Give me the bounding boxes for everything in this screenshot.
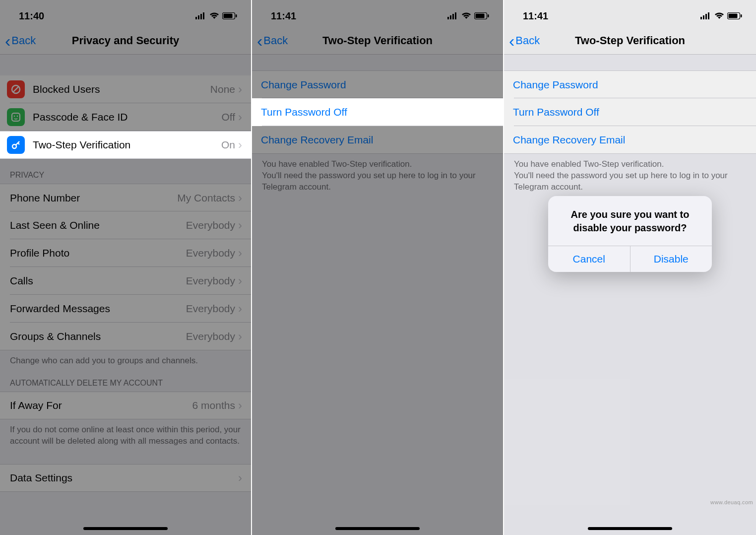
svg-rect-0 <box>195 17 197 19</box>
svg-rect-16 <box>450 15 451 19</box>
wifi-icon <box>209 10 219 22</box>
watermark: www.deuaq.com <box>710 499 753 505</box>
row-change-recovery-email[interactable]: Change Recovery Email <box>252 126 503 154</box>
chevron-right-icon: › <box>238 302 242 316</box>
section-header-autodelete: AUTOMATICALLY DELETE MY ACCOUNT <box>0 370 251 392</box>
chevron-right-icon: › <box>238 82 242 96</box>
row-label: Turn Password Off <box>261 106 494 118</box>
home-indicator <box>335 527 420 530</box>
svg-point-11 <box>17 116 18 117</box>
row-blocked-users[interactable]: Blocked Users None › <box>0 75 251 103</box>
back-label: Back <box>263 34 288 47</box>
svg-rect-20 <box>476 13 485 18</box>
row-label: Forwarded Messages <box>10 303 186 315</box>
row-value: Everybody <box>186 275 235 287</box>
row-label: Two-Step Verification <box>33 139 221 151</box>
row-label: Passcode & Face ID <box>33 111 221 123</box>
back-label: Back <box>11 34 36 47</box>
signal-icon <box>195 10 206 22</box>
wifi-icon <box>461 10 471 22</box>
page-title: Privacy and Security <box>0 34 251 47</box>
row-label: Phone Number <box>10 192 177 204</box>
status-time: 11:41 <box>271 10 296 22</box>
row-label: Blocked Users <box>33 83 210 95</box>
svg-rect-15 <box>447 17 449 19</box>
status-right <box>447 10 489 22</box>
row-value: None <box>210 83 235 95</box>
row-label: Last Seen & Online <box>10 219 186 231</box>
page-title: Two-Step Verification <box>252 34 503 47</box>
faceid-icon <box>7 108 25 126</box>
battery-icon <box>222 10 237 22</box>
row-label: Change Password <box>261 79 494 91</box>
back-button[interactable]: ‹ Back <box>252 32 288 49</box>
row-passcode-faceid[interactable]: Passcode & Face ID Off › <box>0 103 251 131</box>
chevron-right-icon: › <box>238 218 242 232</box>
svg-rect-2 <box>200 14 202 19</box>
home-indicator <box>83 527 168 530</box>
home-indicator <box>588 527 672 530</box>
status-bar: 11:40 <box>0 0 251 27</box>
nav-bar: ‹ Back Two-Step Verification <box>252 27 503 55</box>
row-label: Data Settings <box>10 472 238 484</box>
row-value: On <box>221 139 235 151</box>
svg-rect-3 <box>203 12 204 19</box>
signal-icon <box>447 10 458 22</box>
chevron-right-icon: › <box>238 471 242 485</box>
row-value: Everybody <box>186 247 235 259</box>
svg-line-8 <box>13 87 18 92</box>
row-label: Calls <box>10 275 186 287</box>
privacy-footer: Change who can add you to groups and cha… <box>0 350 251 370</box>
status-right <box>195 10 237 22</box>
svg-rect-9 <box>12 113 20 121</box>
section-header-privacy: PRIVACY <box>0 159 251 184</box>
row-value: Everybody <box>186 331 235 342</box>
row-two-step-verification[interactable]: Two-Step Verification On › <box>0 131 251 159</box>
row-if-away-for[interactable]: If Away For 6 months › <box>0 392 251 419</box>
svg-rect-1 <box>198 15 199 19</box>
chevron-right-icon: › <box>238 138 242 152</box>
svg-line-14 <box>18 143 19 144</box>
cancel-button[interactable]: Cancel <box>548 246 630 272</box>
row-label: Change Recovery Email <box>261 134 494 146</box>
row-value: My Contacts <box>177 192 235 204</box>
screen-disable-password-alert: 11:41 ‹ Back Two-Step Verification Chang… <box>504 0 756 535</box>
chevron-right-icon: › <box>238 246 242 260</box>
row-data-settings[interactable]: Data Settings › <box>0 464 251 492</box>
row-calls[interactable]: Calls Everybody › <box>0 267 251 295</box>
disable-button[interactable]: Disable <box>630 246 712 272</box>
row-profile-photo[interactable]: Profile Photo Everybody › <box>0 239 251 267</box>
row-change-password[interactable]: Change Password <box>252 70 503 98</box>
row-forwarded-messages[interactable]: Forwarded Messages Everybody › <box>0 295 251 323</box>
svg-rect-21 <box>488 14 489 17</box>
row-last-seen[interactable]: Last Seen & Online Everybody › <box>0 211 251 239</box>
chevron-right-icon: › <box>238 110 242 124</box>
alert-backdrop[interactable]: Are you sure you want to disable your pa… <box>504 0 756 535</box>
svg-rect-5 <box>224 13 233 18</box>
screen-two-step-verification: 11:41 ‹ Back Two-Step Verification Chang… <box>252 0 504 535</box>
alert-message: Are you sure you want to disable your pa… <box>548 196 712 246</box>
row-turn-password-off[interactable]: Turn Password Off <box>252 98 503 126</box>
confirm-disable-alert: Are you sure you want to disable your pa… <box>548 196 712 272</box>
chevron-left-icon: ‹ <box>5 32 10 49</box>
svg-point-10 <box>14 116 15 117</box>
autodelete-footer: If you do not come online at least once … <box>0 419 251 450</box>
row-label: If Away For <box>10 400 192 411</box>
screen-privacy-security: 11:40 ‹ Back Privacy and Security Blocke… <box>0 0 252 535</box>
row-label: Groups & Channels <box>10 331 186 342</box>
row-value: Off <box>221 111 235 123</box>
chevron-right-icon: › <box>238 330 242 343</box>
nav-bar: ‹ Back Privacy and Security <box>0 27 251 55</box>
back-button[interactable]: ‹ Back <box>0 32 36 49</box>
svg-rect-6 <box>236 14 237 17</box>
chevron-right-icon: › <box>238 399 242 412</box>
alert-buttons: Cancel Disable <box>548 246 712 272</box>
row-phone-number[interactable]: Phone Number My Contacts › <box>0 184 251 211</box>
battery-icon <box>474 10 489 22</box>
chevron-left-icon: ‹ <box>257 32 262 49</box>
block-icon <box>7 80 25 98</box>
row-groups-channels[interactable]: Groups & Channels Everybody › <box>0 323 251 350</box>
chevron-right-icon: › <box>238 191 242 205</box>
svg-rect-18 <box>455 12 456 19</box>
two-step-footer: You have enabled Two-Step verification. … <box>252 154 503 196</box>
